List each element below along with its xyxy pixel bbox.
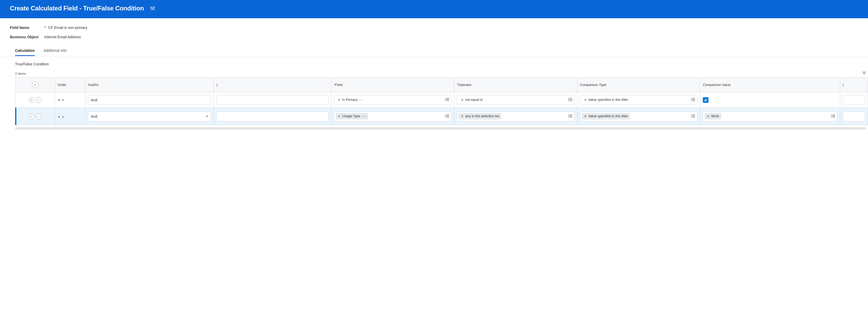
svg-point-39 (691, 114, 691, 115)
svg-point-41 (691, 116, 691, 116)
move-down-icon[interactable]: ▼ (58, 98, 61, 102)
business-object-label: Business Object (10, 35, 38, 39)
list-icon[interactable] (445, 98, 450, 102)
svg-rect-5 (154, 7, 155, 7)
table-row: ＋ － ▼ ▼ ✕ (16, 92, 868, 108)
close-icon[interactable]: ✕ (461, 98, 464, 102)
list-icon[interactable] (691, 98, 695, 102)
svg-point-15 (568, 98, 569, 98)
field-chip-text: Is Primary (342, 98, 358, 102)
col-field: *Field (331, 78, 454, 92)
field-name-value: * CF Email is non-primary (44, 26, 87, 30)
page-title: Create Calculated Field - True/False Con… (10, 5, 144, 12)
items-count: 2 items (15, 72, 26, 76)
form-header: Field Name * CF Email is non-primary Bus… (0, 18, 868, 39)
svg-point-37 (568, 117, 569, 117)
right-paren-input[interactable] (843, 111, 865, 121)
list-icon[interactable] (831, 114, 835, 118)
comparison-value-picker[interactable]: ✕ Work (703, 111, 837, 121)
svg-point-21 (691, 98, 691, 98)
field-name-label: Field Name (10, 26, 38, 30)
svg-point-9 (445, 98, 446, 98)
operator-chip-text: not equal to (465, 98, 483, 102)
tab-additional-info[interactable]: Additional Info (43, 46, 67, 56)
svg-point-45 (831, 114, 832, 115)
close-icon[interactable]: ✕ (461, 114, 464, 118)
col-rparen: ) (840, 78, 868, 92)
move-top-icon[interactable]: ▲ (61, 115, 64, 118)
svg-point-47 (831, 116, 832, 116)
row-remove-button[interactable]: － (36, 114, 42, 119)
col-andor: And/Or (85, 78, 214, 92)
horizontal-scrollbar[interactable] (15, 127, 866, 130)
col-lparen: ( (214, 78, 331, 92)
field-name-text: CF Email is non-primary (48, 26, 87, 30)
svg-point-31 (445, 117, 446, 117)
ctype-chip-text: Value specified in this filter (588, 114, 628, 118)
required-star: * (44, 26, 45, 30)
right-paren-input[interactable] (843, 95, 865, 105)
svg-point-25 (691, 100, 691, 101)
tabs: Calculation Additional Info (0, 44, 868, 56)
svg-point-33 (568, 114, 569, 115)
operator-picker[interactable]: ✕ not equal to (457, 95, 575, 105)
close-icon[interactable]: ✕ (584, 114, 587, 118)
related-icon[interactable]: ⋯ (362, 114, 366, 118)
page-header: Create Calculated Field - True/False Con… (0, 0, 868, 18)
operator-picker[interactable]: ✕ any in the selection list (457, 111, 575, 121)
list-icon[interactable] (445, 114, 450, 118)
field-picker[interactable]: ✕ Usage Type ⋯ (334, 111, 452, 121)
col-operator: *Operator (454, 78, 577, 92)
comparison-value-checkbox[interactable] (703, 97, 709, 103)
svg-point-27 (445, 114, 446, 115)
andor-input[interactable] (88, 95, 211, 105)
field-chip-text: Usage Type (342, 114, 360, 118)
list-icon[interactable] (568, 114, 573, 118)
left-paren-input[interactable] (216, 111, 328, 121)
header-settings-icon[interactable] (150, 6, 155, 11)
svg-point-23 (691, 99, 691, 100)
header-add-row-button[interactable]: ＋ (32, 82, 38, 88)
cvalue-chip-text: Work (711, 114, 719, 118)
row-add-button[interactable]: ＋ (29, 114, 34, 119)
row-add-button[interactable]: ＋ (29, 97, 34, 103)
svg-point-43 (691, 117, 691, 117)
andor-select[interactable]: And ▼ (88, 111, 211, 121)
svg-point-19 (568, 100, 569, 101)
col-ctype: Comparison Type (577, 78, 700, 92)
move-up-icon[interactable]: ▲ (58, 115, 61, 118)
grid-filter-icon[interactable] (862, 71, 866, 76)
close-icon[interactable]: ✕ (584, 98, 587, 102)
andor-select-value: And (91, 114, 97, 118)
section-title: True/False Condition (0, 56, 868, 70)
list-icon[interactable] (568, 98, 573, 102)
close-icon[interactable]: ✕ (338, 98, 341, 102)
comparison-type-picker[interactable]: ✕ Value specified in this filter (580, 95, 698, 105)
svg-point-35 (568, 116, 569, 116)
condition-grid-wrap: ＋ Order And/Or ( *Field *Operator Compar… (15, 77, 868, 125)
condition-grid: ＋ Order And/Or ( *Field *Operator Compar… (15, 77, 868, 125)
move-bottom-icon[interactable]: ▼ (61, 98, 64, 102)
related-icon[interactable]: ⋯ (359, 98, 363, 102)
svg-rect-3 (151, 7, 151, 8)
svg-point-11 (445, 99, 446, 100)
svg-rect-4 (152, 8, 153, 9)
left-paren-input[interactable] (216, 95, 328, 105)
close-icon[interactable]: ✕ (707, 114, 710, 118)
close-icon[interactable]: ✕ (338, 114, 341, 118)
chevron-down-icon: ▼ (206, 115, 208, 118)
row-remove-button[interactable]: － (36, 97, 42, 103)
table-row: ＋ － ▲ ▲ And ▼ (16, 108, 868, 125)
header-add-row: ＋ (16, 78, 55, 92)
svg-point-13 (445, 100, 446, 101)
field-picker[interactable]: ✕ Is Primary ⋯ (334, 95, 452, 105)
svg-point-49 (831, 117, 832, 117)
col-order: Order (55, 78, 85, 92)
operator-chip-text: any in the selection list (465, 114, 499, 118)
svg-point-17 (568, 99, 569, 100)
col-cvalue: Comparison Value (700, 78, 840, 92)
business-object-value: Internet Email Address (44, 35, 81, 39)
tab-calculation[interactable]: Calculation (15, 46, 35, 56)
comparison-type-picker[interactable]: ✕ Value specified in this filter (580, 111, 698, 121)
list-icon[interactable] (691, 114, 695, 118)
